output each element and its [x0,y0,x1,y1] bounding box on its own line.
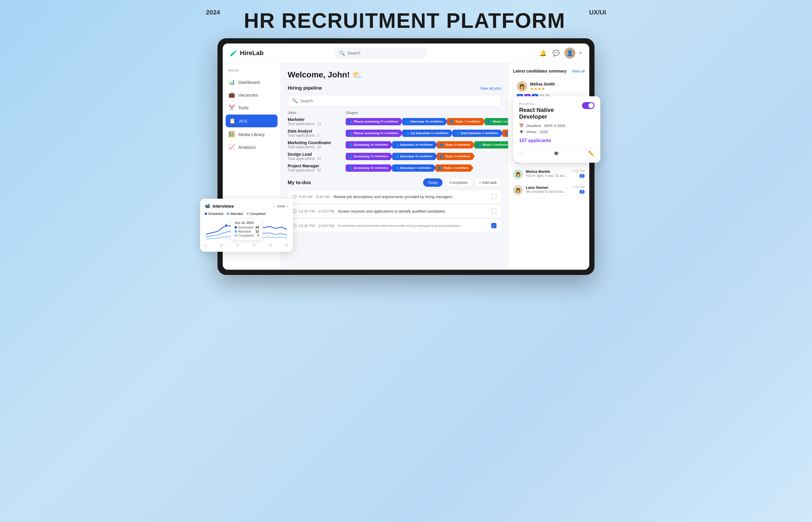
stage-pill[interactable]: 👥2nd Interview2 candidates [452,129,501,137]
stage-pill[interactable]: 👥Tests8 candidates [437,141,473,148]
position-toggle[interactable] [582,102,594,109]
sidebar-item-vacancies[interactable]: 💼 Vacancies [223,88,280,101]
views-icon: 👁️ [519,129,524,134]
todo-time: 🕐12:30 PM - 13:00 PM [292,209,334,214]
sidebar-item-analytics[interactable]: 📈 Analytics [223,141,280,154]
todo-item: 🕐9:00 AM - 8:30 AM Review job descriptio… [288,190,501,203]
sidebar-item-tools[interactable]: ✂️ Tools [223,101,280,114]
pipeline-job-apps: Total applications: 32 [288,145,346,149]
todo-text: Review job descriptions and requirements… [333,195,488,199]
users-icon: 👥 [438,166,442,170]
pipeline-row: Marketing Coordinator Total applications… [288,140,501,149]
todos-title: My to-dos [288,180,311,186]
stage-pill[interactable]: 👥Offer2 candidates [502,129,508,137]
inbox-item[interactable]: 👩 Melisa Markle You're right, it was 32 … [513,166,585,182]
pipeline-search-input[interactable] [300,99,497,103]
pipeline-search-bar[interactable]: 🔍 [288,95,501,106]
interviews-label: Interviews [212,204,234,208]
clock-icon: 🕐 [292,209,297,214]
sidebar-label-tools: Tools [238,105,248,110]
pipeline-job-info: Design Lead Total applications: 57 [288,152,346,161]
tab-completed[interactable]: Completed [444,178,472,187]
interviews-widget: 📹 Interviews ‹ June › Scheduled Attended… [200,199,293,252]
users-icon: 👥 [450,120,454,123]
view-button[interactable]: 👁️ [553,150,560,157]
legend-label-completed: Completed [250,212,265,216]
stage-pill[interactable]: 👥Phone screening51 candidates [346,129,401,137]
inbox-badge: 3 [580,190,585,194]
sidebar-item-ats[interactable]: 📋 ATS [226,115,278,127]
inbox-content: Melisa Markle You're right, it was 32 ac… [526,169,570,178]
messages-icon[interactable]: 💬 [551,48,561,58]
stage-pill[interactable]: 👥Screening72 candidates [346,153,391,160]
position-applicants[interactable]: 157 applicants [519,138,594,143]
views-label: Views: [526,129,537,134]
legend-dot-scheduled [205,213,207,215]
todo-checkbox[interactable] [491,208,496,214]
pipeline-job-name: Marketing Coordinator [288,140,346,145]
edit-button[interactable]: ✏️ [588,150,594,157]
interviews-title: 📹 Interviews [205,203,234,208]
users-icon: 👥 [440,143,444,147]
stage-pill[interactable]: 👥Hired1 candidates [485,118,508,125]
stage-pill[interactable]: 👥Screening19 candidates [346,164,391,172]
next-month-button[interactable]: › [287,204,288,208]
stage-pill[interactable]: 👥Screening32 candidates [346,141,391,148]
pipeline-job-name: Marketer [288,117,346,122]
user-avatar[interactable]: 👤 [564,47,575,59]
tab-today[interactable]: Today [423,178,443,187]
inbox-right: 2:20 PM 2 [573,169,585,178]
todo-checkbox[interactable] [491,194,496,199]
prev-month-button[interactable]: ‹ [274,204,275,208]
pipeline-row: Design Lead Total applications: 57 👥Scre… [288,152,501,161]
page-title: HR RECRUITMENT PLATFORM [244,9,566,33]
stage-pill[interactable]: 👥Phone screening87 candidates [346,118,401,125]
analytics-icon: 📈 [228,144,235,150]
pipeline-stages: 👥Screening19 candidates 👥Interview8 cand… [346,164,501,172]
legend-dot-attended [227,213,229,215]
stage-pill[interactable]: 👥Interview18 candidates [392,141,435,148]
pipeline-row: Marketer Total applications: 12 👥Phone s… [288,117,501,126]
stage-pill[interactable]: 👥Tests2 candidates [435,164,471,172]
uxui-label: UX/UI [589,9,606,16]
vacancies-icon: 💼 [228,92,235,98]
top-bar-actions: 🔔 💬 👤 ▼ [538,47,582,59]
search-bar[interactable]: 🔍 [334,48,427,59]
pipeline-job-name: Data Analyst [288,129,346,134]
stage-pill[interactable]: 👥Tests7 candidates [447,118,483,125]
right-panel: Latest candidates summary View all 👩 Mel… [508,63,589,270]
tooltip-value-completed: 7 [257,234,259,237]
sidebar-item-dashboard[interactable]: 📊 Dashboard [223,76,280,88]
todo-checkbox[interactable]: ✓ [491,223,496,228]
views-value: 1528 [540,129,548,134]
stage-pill[interactable]: 👥Interview52 candidates [402,118,446,125]
pipeline-job-apps: Total applications: 52 [288,168,346,172]
inbox-item[interactable]: 👩 Lana Steiner We decided to send you...… [513,182,585,198]
todo-item: 🕐14:30 PM - 14:50 PM Coordinate and sche… [288,220,501,232]
users-icon: 👥 [505,132,508,135]
todos-tabs: Today Completed [423,178,472,187]
add-task-button[interactable]: + Add task [475,178,501,187]
stage-pill[interactable]: 👥Hired3 candidates [474,141,508,148]
sidebar-label-media-library: Media Library [238,132,265,137]
stage-pill[interactable]: 👥Interview33 candidates [392,153,435,160]
pipeline-job-apps: Total applications: 2 [288,134,346,138]
dot-scheduled [235,226,237,228]
welcome-heading: Welcome, John! ⛅ [288,70,501,79]
stage-pill[interactable]: 👥1st Interview12 candidates [402,129,451,137]
sidebar-item-media-library[interactable]: 🖼️ Media Library [223,128,280,141]
view-all-jobs-link[interactable]: View all jobs [480,86,501,91]
stage-pill[interactable]: 👥Tests2 candidates [437,153,473,160]
pipeline-col-stages: Stages [346,111,358,115]
search-input[interactable] [347,51,422,55]
inbox-sender-name: Lana Steiner [526,185,570,190]
tooltip-label-completed: Completed [235,234,253,237]
stage-pill[interactable]: 👥Interview8 candidates [392,164,434,172]
x-label: 5 [205,244,206,247]
clock-icon: 🕐 [292,195,297,199]
users-icon: 👥 [405,132,409,135]
view-all-candidates-link[interactable]: View all [572,69,585,73]
notifications-icon[interactable]: 🔔 [538,48,548,58]
todos-header: My to-dos Today Completed + Add task [288,178,501,187]
more-options-button[interactable]: ⋮ [519,150,524,157]
